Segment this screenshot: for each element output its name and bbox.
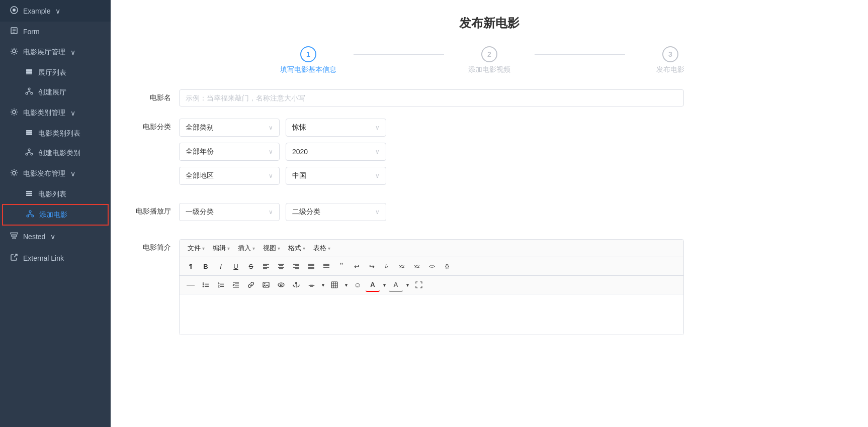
toolbar-indent[interactable] bbox=[229, 278, 243, 292]
toolbar-italic[interactable]: I bbox=[214, 259, 228, 273]
editor-toolbar-2: — 1.2.3. bbox=[180, 276, 683, 294]
year-select1[interactable]: 全部年份 ∨ bbox=[179, 143, 280, 161]
toolbar-preview[interactable] bbox=[274, 278, 288, 292]
toolbar-bold[interactable]: B bbox=[199, 259, 213, 273]
svg-point-21 bbox=[26, 153, 28, 155]
toolbar-code[interactable]: <> bbox=[425, 259, 439, 273]
year-select1-value: 全部年份 bbox=[186, 147, 214, 156]
node-icon-2 bbox=[25, 148, 33, 158]
main-content: 发布新电影 1 填写电影基本信息 2 添加电影视频 3 发布电影 bbox=[111, 0, 868, 427]
chevron-down-icon-file: ▾ bbox=[202, 246, 205, 251]
toolbar-source[interactable]: {} bbox=[440, 259, 454, 273]
sidebar-item-external-link[interactable]: External Link bbox=[0, 247, 111, 269]
toolbar-align-left[interactable] bbox=[259, 259, 273, 273]
sidebar-item-create-movie-category[interactable]: 创建电影类别 bbox=[0, 143, 111, 163]
svg-point-6 bbox=[13, 50, 16, 53]
toolbar-redo[interactable]: ↪ bbox=[365, 259, 379, 273]
toolbar-paragraph[interactable]: ¶ bbox=[184, 259, 198, 273]
page-title: 发布新电影 bbox=[131, 15, 848, 31]
form-icon bbox=[10, 27, 18, 36]
sidebar-group-cinema-mgmt[interactable]: 电影展厅管理 ∨ bbox=[0, 41, 111, 63]
movie-name-input[interactable] bbox=[179, 89, 684, 106]
toolbar-font-color[interactable]: A bbox=[366, 278, 380, 292]
toolbar-font-color-dropdown[interactable]: ▾ bbox=[381, 278, 388, 292]
sidebar-item-form[interactable]: Form bbox=[0, 22, 111, 41]
toolbar-underline[interactable]: U bbox=[229, 259, 243, 273]
toolbar-link[interactable] bbox=[244, 278, 258, 292]
sidebar-item-movie-category-list[interactable]: 电影类别列表 bbox=[0, 124, 111, 143]
sidebar-item-create-hall[interactable]: 创建展厅 bbox=[0, 82, 111, 102]
toolbar-special-char[interactable]: ⌯ bbox=[304, 278, 318, 292]
toolbar-table-dropdown[interactable]: ▾ bbox=[342, 278, 350, 292]
toolbar-special-char-dropdown[interactable]: ▾ bbox=[319, 278, 326, 292]
editor-menu-table[interactable]: 表格 ▾ bbox=[309, 242, 334, 255]
toolbar-clear-format[interactable]: Ix bbox=[380, 259, 394, 273]
editor-menu-format[interactable]: 格式 ▾ bbox=[284, 242, 309, 255]
movie-category-label: 电影分类 bbox=[131, 119, 171, 132]
svg-rect-19 bbox=[26, 134, 32, 135]
step-3-circle: 3 bbox=[662, 46, 678, 62]
editor-body[interactable] bbox=[180, 294, 683, 335]
chevron-icon-cat2: ∨ bbox=[375, 124, 380, 131]
toolbar-list-ordered[interactable]: 1.2.3. bbox=[214, 278, 228, 292]
toolbar-highlight[interactable]: A bbox=[389, 278, 403, 292]
editor-menu-insert[interactable]: 插入 ▾ bbox=[234, 242, 259, 255]
toolbar-align-justify[interactable] bbox=[304, 259, 318, 273]
sidebar-group-movie-publish[interactable]: 电影发布管理 ∨ bbox=[0, 163, 111, 184]
category-select1[interactable]: 全部类别 ∨ bbox=[179, 119, 280, 137]
region-select2[interactable]: 中国 ∨ bbox=[286, 167, 386, 185]
sidebar-item-movie-list[interactable]: 电影列表 bbox=[0, 184, 111, 204]
hall-select1[interactable]: 一级分类 ∨ bbox=[179, 203, 280, 221]
toolbar-strikethrough[interactable]: S bbox=[244, 259, 258, 273]
toolbar-emoji[interactable]: ☺ bbox=[351, 278, 365, 292]
toolbar-highlight-dropdown[interactable]: ▾ bbox=[404, 278, 411, 292]
editor-menu-file[interactable]: 文件 ▾ bbox=[184, 242, 209, 255]
toolbar-hr[interactable]: — bbox=[184, 278, 198, 292]
sidebar-group-movie-category[interactable]: 电影类别管理 ∨ bbox=[0, 102, 111, 124]
chevron-icon-cat1: ∨ bbox=[269, 124, 273, 131]
toolbar-list-unordered[interactable] bbox=[199, 278, 213, 292]
svg-point-11 bbox=[26, 92, 28, 94]
toolbar-image[interactable] bbox=[259, 278, 273, 292]
svg-point-58 bbox=[203, 282, 204, 283]
svg-rect-18 bbox=[26, 132, 32, 134]
svg-line-25 bbox=[29, 152, 32, 153]
toolbar-subscript[interactable]: x2 bbox=[395, 259, 409, 273]
toolbar-blockquote[interactable]: " bbox=[334, 259, 349, 273]
step-1: 1 填写电影基本信息 bbox=[263, 46, 354, 74]
toolbar-superscript[interactable]: x2 bbox=[410, 259, 424, 273]
svg-point-10 bbox=[28, 88, 30, 90]
sidebar-group-nested[interactable]: Nested ∨ bbox=[0, 226, 111, 247]
sidebar-item-hall-list[interactable]: 展厅列表 bbox=[0, 63, 111, 82]
chevron-down-icon-1: ∨ bbox=[70, 48, 75, 56]
toolbar-undo[interactable]: ↩ bbox=[350, 259, 364, 273]
svg-point-76 bbox=[278, 283, 284, 287]
hall-selects-row: 一级分类 ∨ 二级分类 ∨ bbox=[179, 203, 684, 221]
category-select2[interactable]: 惊悚 ∨ bbox=[286, 119, 386, 137]
movie-name-row: 电影名 bbox=[131, 89, 684, 106]
step-3: 3 发布电影 bbox=[625, 46, 716, 74]
hall-select2[interactable]: 二级分类 ∨ bbox=[286, 203, 386, 221]
svg-point-62 bbox=[203, 286, 204, 287]
sidebar-group-movie-publish-label: 电影发布管理 bbox=[23, 169, 65, 178]
svg-point-75 bbox=[264, 283, 265, 284]
year-select2[interactable]: 2020 ∨ bbox=[286, 143, 386, 161]
toolbar-table[interactable] bbox=[327, 278, 341, 292]
region-select1[interactable]: 全部地区 ∨ bbox=[179, 167, 280, 185]
svg-line-14 bbox=[27, 91, 29, 92]
sidebar-item-example[interactable]: Example ∨ bbox=[0, 0, 111, 22]
sidebar-item-hall-list-label: 展厅列表 bbox=[38, 68, 66, 77]
rich-text-editor: 文件 ▾ 编辑 ▾ 插入 ▾ 视图 ▾ bbox=[179, 239, 684, 335]
toolbar-align-center[interactable] bbox=[274, 259, 288, 273]
chevron-icon-region2: ∨ bbox=[375, 172, 380, 179]
editor-menu-edit[interactable]: 编辑 ▾ bbox=[209, 242, 234, 255]
step-connector-1 bbox=[354, 54, 444, 55]
toolbar-anchor[interactable] bbox=[289, 278, 303, 292]
toolbar-fullscreen[interactable] bbox=[412, 278, 426, 292]
movie-hall-row: 电影播放厅 一级分类 ∨ 二级分类 ∨ bbox=[131, 203, 684, 227]
sidebar-item-add-movie[interactable]: 添加电影 bbox=[2, 204, 109, 226]
toolbar-align-justify2[interactable] bbox=[319, 259, 333, 273]
svg-point-16 bbox=[13, 111, 16, 114]
toolbar-align-right[interactable] bbox=[289, 259, 303, 273]
editor-menu-view[interactable]: 视图 ▾ bbox=[259, 242, 284, 255]
